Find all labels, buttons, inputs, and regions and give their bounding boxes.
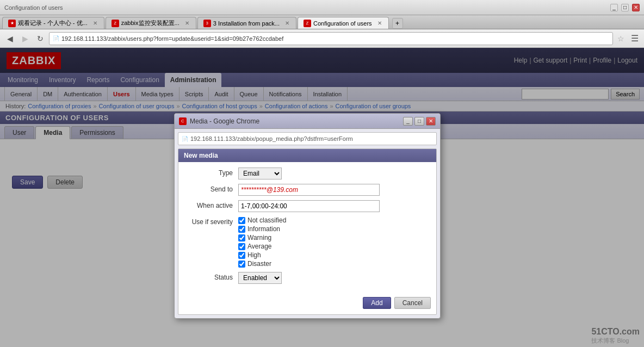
tab-favicon-3: 3 bbox=[203, 20, 211, 27]
url-bar[interactable]: 📄 192.168.111.133/zabbix/users.php?form=… bbox=[49, 32, 613, 45]
severity-high: High bbox=[238, 251, 431, 259]
tab-favicon-4: Z bbox=[304, 20, 311, 27]
type-control: Email SMS Script bbox=[238, 168, 431, 179]
when-active-input[interactable] bbox=[238, 200, 380, 212]
severity-control: Not classified Information Warning bbox=[238, 216, 431, 268]
severity-disaster: Disaster bbox=[238, 260, 431, 268]
type-select[interactable]: Email SMS Script bbox=[238, 168, 282, 179]
modal-maximize-button[interactable]: □ bbox=[414, 117, 424, 126]
browser-tab-4[interactable]: Z Configuration of users ✕ bbox=[298, 17, 389, 29]
modal-url-text: 192.168.111.133/zabbix/popup_media.php?d… bbox=[190, 135, 353, 142]
modal-url-bar: 📄 192.168.111.133/zabbix/popup_media.php… bbox=[178, 132, 437, 145]
new-media-header: New media bbox=[178, 149, 436, 162]
browser-tab-bar: ★ 观看记录 - 个人中心 - 优... ✕ Z zabbix监控安装配置...… bbox=[0, 15, 644, 29]
cb-information-label: Information bbox=[247, 225, 280, 233]
cb-not-classified[interactable] bbox=[238, 217, 245, 224]
add-button[interactable]: Add bbox=[363, 297, 391, 309]
forward-button[interactable]: ▶ bbox=[18, 32, 32, 45]
modal-titlebar: C Media - Google Chrome _ □ ✕ bbox=[175, 114, 440, 129]
modal-footer: Add Cancel bbox=[178, 294, 436, 314]
browser-tab-3[interactable]: 3 3 Installation from pack... ✕ bbox=[197, 17, 296, 29]
severity-warning: Warning bbox=[238, 234, 431, 241]
modal-favicon: C bbox=[179, 117, 187, 125]
tab-close-2[interactable]: ✕ bbox=[184, 20, 190, 27]
tab-favicon-2: Z bbox=[112, 20, 119, 27]
type-row: Type Email SMS Script bbox=[184, 168, 431, 179]
cb-information[interactable] bbox=[238, 226, 245, 233]
media-modal: C Media - Google Chrome _ □ ✕ 📄 192.168.… bbox=[174, 113, 441, 319]
severity-average: Average bbox=[238, 243, 431, 250]
status-select[interactable]: Enabled Disabled bbox=[238, 272, 282, 284]
when-active-control bbox=[238, 200, 431, 212]
cb-high-label: High bbox=[247, 251, 261, 259]
cb-average-label: Average bbox=[247, 243, 271, 250]
modal-body: New media Type Email SMS Script Send bbox=[178, 148, 437, 315]
send-to-row: Send to bbox=[184, 184, 431, 196]
when-active-row: When active bbox=[184, 200, 431, 212]
modal-minimize-button[interactable]: _ bbox=[403, 117, 413, 126]
modal-url-icon: 📄 bbox=[182, 136, 188, 142]
zabbix-app: ZABBIX Help | Get support | Print | Prof… bbox=[0, 48, 644, 347]
modal-controls: _ □ ✕ bbox=[403, 117, 436, 126]
status-label: Status bbox=[184, 272, 238, 281]
browser-toolbar: ◀ ▶ ↻ 📄 192.168.111.133/zabbix/users.php… bbox=[0, 29, 644, 48]
tab-label-4: Configuration of users bbox=[313, 20, 372, 27]
modal-title-area: C Media - Google Chrome bbox=[179, 117, 259, 125]
status-control: Enabled Disabled bbox=[238, 272, 431, 284]
severity-information: Information bbox=[238, 225, 431, 233]
modal-title-text: Media - Google Chrome bbox=[190, 117, 259, 125]
modal-close-button[interactable]: ✕ bbox=[426, 117, 436, 126]
tab-close-1[interactable]: ✕ bbox=[92, 20, 98, 27]
minimize-button[interactable]: _ bbox=[610, 4, 618, 11]
cb-disaster-label: Disaster bbox=[247, 260, 271, 268]
bookmark-button[interactable]: ☆ bbox=[615, 34, 627, 43]
reload-button[interactable]: ↻ bbox=[34, 32, 47, 45]
url-icon: 📄 bbox=[53, 35, 59, 41]
browser-titlebar: Configuration of users _ □ ✕ bbox=[0, 0, 644, 15]
cb-warning-label: Warning bbox=[247, 234, 271, 241]
menu-button[interactable]: ☰ bbox=[629, 33, 641, 44]
cb-disaster[interactable] bbox=[238, 261, 245, 268]
severity-row: Use if severity Not classified Informati… bbox=[184, 216, 431, 268]
status-row: Status Enabled Disabled bbox=[184, 272, 431, 284]
window-title: Configuration of users bbox=[4, 4, 63, 11]
cancel-button[interactable]: Cancel bbox=[394, 297, 431, 309]
cb-high[interactable] bbox=[238, 252, 245, 259]
send-to-control bbox=[238, 184, 431, 196]
tab-favicon-1: ★ bbox=[8, 20, 16, 27]
media-form: Type Email SMS Script Send to bbox=[178, 162, 436, 294]
maximize-button[interactable]: □ bbox=[621, 4, 629, 11]
cb-not-classified-label: Not classified bbox=[247, 216, 286, 224]
browser-tab-1[interactable]: ★ 观看记录 - 个人中心 - 优... ✕ bbox=[2, 17, 104, 29]
when-active-label: When active bbox=[184, 200, 238, 209]
tab-label-1: 观看记录 - 个人中心 - 优... bbox=[18, 19, 88, 27]
severity-not-classified: Not classified bbox=[238, 216, 431, 224]
browser-tab-2[interactable]: Z zabbix监控安装配置... ✕ bbox=[106, 17, 196, 29]
tab-close-4[interactable]: ✕ bbox=[376, 20, 383, 27]
tab-label-2: zabbix监控安装配置... bbox=[121, 19, 179, 27]
tab-label-3: 3 Installation from pack... bbox=[213, 20, 280, 27]
type-label: Type bbox=[184, 168, 238, 177]
close-button[interactable]: ✕ bbox=[632, 4, 640, 11]
tab-close-3[interactable]: ✕ bbox=[284, 20, 290, 27]
cb-average[interactable] bbox=[238, 243, 245, 250]
cb-warning[interactable] bbox=[238, 234, 245, 241]
url-text: 192.168.111.133/zabbix/users.php?form=up… bbox=[61, 35, 283, 42]
back-button[interactable]: ◀ bbox=[3, 32, 16, 45]
new-tab-button[interactable]: + bbox=[392, 18, 403, 29]
checkbox-group: Not classified Information Warning bbox=[238, 216, 431, 268]
send-to-input[interactable] bbox=[238, 184, 380, 196]
send-to-label: Send to bbox=[184, 184, 238, 193]
severity-label: Use if severity bbox=[184, 216, 238, 226]
